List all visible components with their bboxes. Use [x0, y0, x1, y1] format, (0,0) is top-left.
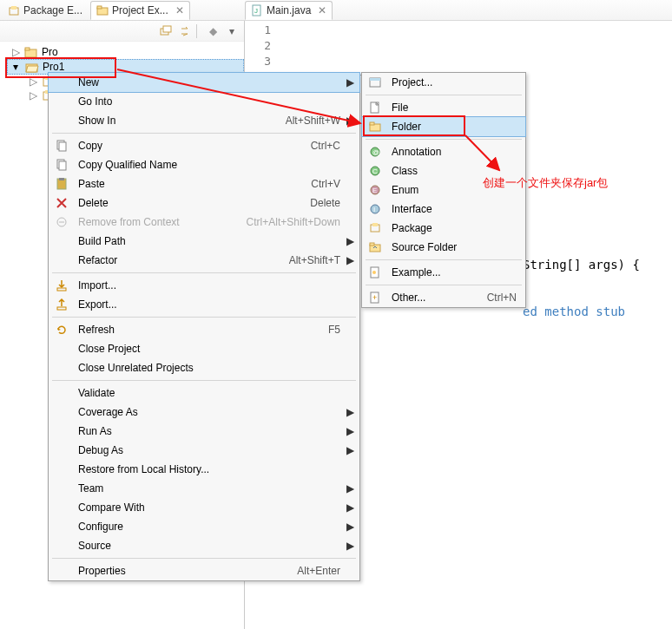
menu-item-refactor[interactable]: RefactorAlt+Shift+T▶	[49, 251, 359, 270]
line-gutter: 123	[245, 23, 271, 69]
menu-separator	[366, 95, 522, 95]
menu-item-label: Source	[78, 540, 340, 552]
menu-item-delete[interactable]: DeleteDelete	[49, 193, 359, 213]
menu-item-label: Other...	[392, 292, 454, 304]
svg-rect-18	[59, 161, 66, 170]
menu-item-label: Go Into	[78, 95, 340, 108]
menu-item-configure[interactable]: Configure▶	[49, 517, 359, 536]
submenu-arrow-icon: ▶	[346, 425, 354, 437]
link-editor-icon[interactable]	[179, 24, 193, 38]
menu-item-project[interactable]: Project...	[362, 73, 525, 92]
java-file-icon: J	[251, 4, 263, 16]
menu-item-remove-from-context: Remove from ContextCtrl+Alt+Shift+Down	[49, 213, 359, 232]
highlight-box	[363, 115, 465, 136]
submenu-arrow-icon: ▶	[346, 254, 354, 266]
menu-separator	[52, 317, 356, 318]
menu-item-label: Delete	[78, 197, 277, 209]
menu-item-show-in[interactable]: Show InAlt+Shift+W▶	[49, 111, 359, 130]
menu-item-label: Project...	[392, 76, 517, 88]
menu-item-label: Properties	[78, 565, 264, 577]
tab-label: Project Ex...	[112, 4, 168, 16]
menu-item-label: Compare With	[78, 501, 340, 514]
svg-text:C: C	[372, 167, 378, 175]
svg-rect-41	[370, 243, 374, 246]
menu-separator	[52, 558, 356, 559]
svg-rect-1	[11, 6, 16, 10]
menu-item-coverage-as[interactable]: Coverage As▶	[49, 403, 359, 422]
menu-item-label: Coverage As	[78, 406, 340, 418]
menu-item-source-folder[interactable]: Source Folder	[362, 238, 525, 257]
tab-project-explorer[interactable]: Project Ex... ✕	[90, 1, 190, 20]
menu-item-label: Paste	[78, 178, 278, 190]
menu-item-run-as[interactable]: Run As▶	[49, 422, 359, 441]
project-icon	[24, 46, 38, 58]
menu-item-label: Export...	[78, 298, 340, 311]
menu-item-file[interactable]: File	[362, 98, 525, 117]
iface-icon: I	[366, 202, 385, 216]
menu-separator	[52, 380, 356, 381]
menu-item-annotation[interactable]: @Annotation	[362, 142, 525, 161]
other-icon: +	[366, 291, 385, 305]
menu-item-paste[interactable]: PasteCtrl+V	[49, 174, 359, 193]
import-icon	[52, 278, 71, 292]
menu-item-label: Annotation	[392, 146, 517, 158]
svg-rect-39	[372, 223, 378, 226]
menu-item-import[interactable]: Import...	[49, 276, 359, 295]
menu-item-debug-as[interactable]: Debug As▶	[49, 441, 359, 460]
collapse-all-icon[interactable]	[160, 24, 174, 38]
annotation-text: 创建一个文件夹保存jar包	[483, 175, 608, 191]
close-icon[interactable]: ✕	[175, 4, 184, 16]
menu-item-validate[interactable]: Validate	[49, 383, 359, 403]
editor-tab-label: Main.java	[267, 4, 311, 16]
refresh-icon	[52, 323, 71, 337]
menu-item-restore-from-local-history[interactable]: Restore from Local History...	[49, 460, 359, 479]
tree-item-label: Pro	[42, 46, 58, 58]
submenu-arrow-icon: ▶	[346, 521, 354, 533]
tab-package-explorer[interactable]: Package E...	[2, 1, 89, 20]
menu-item-accelerator: Ctrl+V	[311, 178, 340, 190]
menu-item-accelerator: Ctrl+Alt+Shift+Down	[247, 216, 340, 228]
export-icon	[52, 298, 71, 311]
menu-item-other[interactable]: +Other...Ctrl+N	[362, 288, 525, 307]
svg-rect-7	[25, 48, 30, 50]
menu-item-refresh[interactable]: RefreshF5	[49, 320, 359, 339]
editor-tab-main[interactable]: J Main.java ✕	[245, 1, 333, 20]
view-menu-icon[interactable]: ▾	[225, 24, 239, 38]
menu-item-close-unrelated-projects[interactable]: Close Unrelated Projects	[49, 358, 359, 377]
svg-rect-3	[97, 6, 102, 9]
submenu-arrow-icon: ▶	[346, 76, 354, 88]
menu-item-properties[interactable]: PropertiesAlt+Enter	[49, 561, 359, 580]
menu-item-source[interactable]: Source▶	[49, 536, 359, 555]
menu-item-accelerator: Alt+Enter	[297, 565, 340, 577]
menu-item-export[interactable]: Export...	[49, 295, 359, 314]
menu-item-build-path[interactable]: Build Path▶	[49, 232, 359, 251]
menu-item-accelerator: F5	[328, 324, 340, 336]
submenu-arrow-icon: ▶	[346, 501, 354, 514]
menu-item-copy-qualified-name[interactable]: Copy Qualified Name	[49, 155, 359, 174]
menu-item-copy[interactable]: CopyCtrl+C	[49, 136, 359, 155]
copyq-icon	[52, 158, 71, 172]
anno-icon: @	[366, 145, 385, 159]
menu-item-package[interactable]: Package	[362, 219, 525, 238]
close-icon[interactable]: ✕	[318, 4, 326, 16]
menu-item-close-project[interactable]: Close Project	[49, 339, 359, 358]
menu-separator	[52, 133, 356, 134]
menu-item-label: Example...	[392, 266, 517, 278]
expand-arrow-icon[interactable]: ▷	[12, 46, 21, 58]
svg-rect-23	[57, 288, 66, 291]
tab-label: Package E...	[23, 4, 82, 16]
svg-point-43	[372, 271, 376, 274]
menu-item-label: Refresh	[78, 324, 295, 336]
menu-item-go-into[interactable]: Go Into	[49, 92, 359, 111]
menu-item-compare-with[interactable]: Compare With▶	[49, 498, 359, 517]
svg-text:J: J	[254, 7, 258, 15]
menu-item-label: File	[392, 102, 517, 114]
focus-icon[interactable]: ◆	[206, 24, 220, 38]
menu-item-example[interactable]: Example...	[362, 263, 525, 282]
svg-rect-26	[370, 78, 380, 81]
menu-item-interface[interactable]: IInterface	[362, 200, 525, 219]
menu-item-team[interactable]: Team▶	[49, 479, 359, 498]
menu-item-label: Interface	[392, 203, 517, 215]
menu-separator	[366, 139, 522, 140]
expand-arrow-icon[interactable]: ▷	[30, 89, 38, 102]
